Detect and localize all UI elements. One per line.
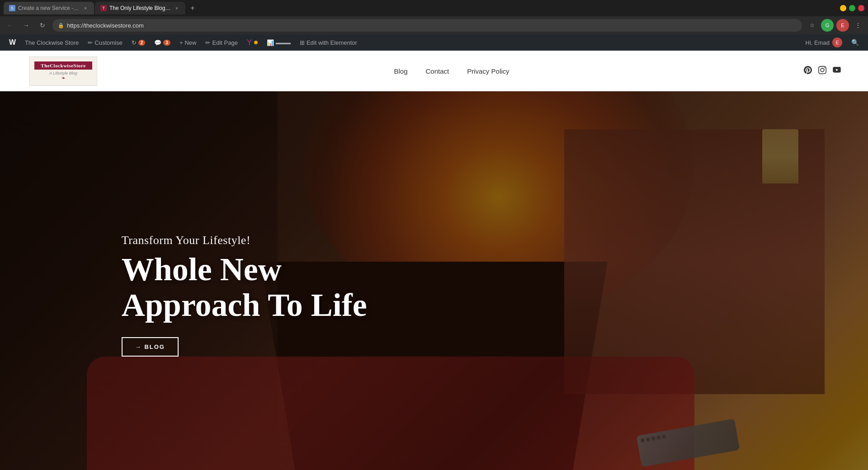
user-avatar: E: [832, 38, 842, 47]
nav-link-contact[interactable]: Contact: [425, 67, 449, 75]
logo-subtitle: A Lifestyle Blog: [49, 71, 77, 75]
hero-cta-button[interactable]: → BLOG: [122, 337, 179, 357]
url-text: https://theclockwisestore.com: [67, 22, 797, 29]
website-content: TheClockwiseStore A Lifestyle Blog ❧ Blo…: [0, 51, 868, 470]
bookmark-button[interactable]: ☆: [806, 19, 818, 32]
browser-chrome: S Create a new Service - SEOClerks × T T…: [0, 0, 868, 51]
pinterest-icon[interactable]: [804, 66, 812, 76]
updates-icon: ↻: [132, 39, 137, 46]
elementor-button[interactable]: ⊞ Edit with Elementor: [296, 34, 361, 51]
customise-icon: ✏: [88, 39, 93, 46]
new-button[interactable]: + New: [176, 34, 200, 51]
ssl-lock-icon: 🔒: [58, 23, 64, 28]
tab-close-2[interactable]: ×: [174, 5, 180, 11]
edit-page-button[interactable]: ✏ Edit Page: [202, 34, 241, 51]
minimize-button[interactable]: [840, 5, 846, 11]
hero-subtitle: Transform Your Lifestyle!: [122, 234, 367, 247]
performance-chart-icon: ▬▬▬: [276, 40, 291, 45]
updates-button[interactable]: ↻ 2: [128, 34, 149, 51]
tab-label-2: The Only Lifestyle Blog That Tea…: [109, 5, 171, 11]
tab-favicon-1: S: [9, 5, 15, 11]
site-name-label: The Clockwise Store: [25, 39, 79, 46]
logo-brand-name: TheClockwiseStore: [34, 61, 92, 70]
comments-button[interactable]: 💬 3: [151, 34, 174, 51]
elementor-label: Edit with Elementor: [307, 39, 357, 46]
tab-lifestyle[interactable]: T The Only Lifestyle Blog That Tea… ×: [95, 2, 185, 14]
edit-page-label: Edit Page: [212, 39, 237, 46]
wp-logo-button[interactable]: W: [5, 34, 19, 51]
new-icon: +: [179, 39, 183, 46]
yoast-icon: Y: [247, 38, 252, 47]
restore-button[interactable]: [849, 5, 855, 11]
tab-label-1: Create a new Service - SEOClerks: [18, 5, 80, 11]
updates-badge: 2: [138, 40, 146, 46]
hero-title-line1: Whole New: [122, 251, 282, 287]
tab-add-button[interactable]: +: [186, 2, 199, 14]
tab-favicon-2: T: [100, 5, 107, 11]
extensions-button[interactable]: ⋮: [852, 19, 864, 32]
hero-content: Transform Your Lifestyle! Whole New Appr…: [122, 234, 367, 356]
yoast-status-dot: [254, 41, 258, 44]
youtube-icon[interactable]: [833, 66, 841, 76]
address-bar: ← → ↻ 🔒 https://theclockwisestore.com ☆ …: [0, 16, 868, 34]
admin-search-button[interactable]: 🔍: [848, 39, 863, 46]
comments-icon: 💬: [154, 39, 161, 46]
address-bar-actions: ☆ G E ⋮: [806, 19, 864, 32]
logo-decoration: ❧: [61, 75, 65, 80]
google-account-button[interactable]: G: [821, 19, 834, 32]
site-header: TheClockwiseStore A Lifestyle Blog ❧ Blo…: [0, 51, 868, 91]
greeting-text: Hi, Emad: [806, 39, 830, 46]
tab-seoclerks[interactable]: S Create a new Service - SEOClerks ×: [4, 2, 94, 14]
site-logo[interactable]: TheClockwiseStore A Lifestyle Blog ❧: [27, 55, 99, 87]
refresh-button[interactable]: ↻: [36, 19, 49, 32]
window-controls: [840, 5, 864, 11]
back-button[interactable]: ←: [4, 19, 16, 32]
new-label: New: [184, 39, 196, 46]
logo-box: TheClockwiseStore A Lifestyle Blog ❧: [29, 56, 97, 86]
performance-icon: 📊: [267, 39, 274, 46]
instagram-icon[interactable]: [818, 66, 826, 76]
performance-button[interactable]: 📊 ▬▬▬: [263, 34, 294, 51]
wp-admin-bar: W The Clockwise Store ✏ Customise ↻ 2 💬 …: [0, 34, 868, 51]
site-nav: Blog Contact Privacy Policy: [394, 67, 509, 75]
wp-logo-icon: W: [9, 38, 16, 47]
elementor-icon: ⊞: [300, 39, 305, 46]
forward-button[interactable]: →: [20, 19, 33, 32]
edit-page-icon: ✏: [205, 39, 210, 46]
hero-title-line2: Approach To Life: [122, 287, 367, 323]
nav-link-blog[interactable]: Blog: [394, 67, 407, 75]
hero-section: Transform Your Lifestyle! Whole New Appr…: [0, 91, 868, 470]
social-icons: [804, 66, 841, 76]
customise-button[interactable]: ✏ Customise: [84, 34, 126, 51]
nav-link-privacy[interactable]: Privacy Policy: [467, 67, 509, 75]
user-greeting[interactable]: Hi, Emad E: [802, 38, 846, 47]
comments-badge: 3: [163, 40, 170, 46]
yoast-button[interactable]: Y: [243, 34, 261, 51]
profile-picture[interactable]: E: [836, 19, 849, 32]
hero-title: Whole New Approach To Life: [122, 252, 367, 323]
customise-label: Customise: [94, 39, 122, 46]
tab-close-1[interactable]: ×: [82, 5, 89, 11]
site-name-button[interactable]: The Clockwise Store: [21, 34, 82, 51]
close-button[interactable]: [858, 5, 864, 11]
tab-bar: S Create a new Service - SEOClerks × T T…: [0, 0, 868, 16]
url-bar[interactable]: 🔒 https://theclockwisestore.com: [52, 19, 802, 32]
